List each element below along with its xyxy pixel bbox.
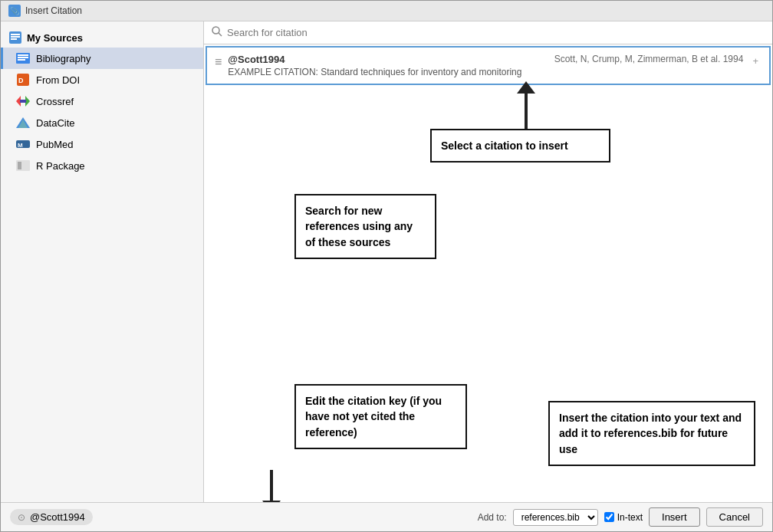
- rpackage-label: R Package: [36, 160, 85, 172]
- insert-button[interactable]: Insert: [649, 507, 700, 527]
- sidebar: My Sources Bibliography: [1, 21, 204, 502]
- svg-rect-2: [11, 36, 20, 38]
- sidebar-item-crossref[interactable]: Crossref: [1, 90, 203, 112]
- sidebar-item-from-doi[interactable]: D From DOI: [1, 69, 203, 90]
- crossref-icon: [16, 94, 30, 108]
- svg-rect-18: [18, 162, 21, 169]
- sidebar-section-label: My Sources: [27, 32, 83, 44]
- svg-text:D: D: [18, 77, 24, 84]
- cancel-button[interactable]: Cancel: [706, 507, 763, 527]
- svg-rect-3: [11, 38, 17, 40]
- rpackage-icon: [16, 159, 30, 172]
- datacite-label: DataCite: [36, 117, 75, 129]
- citation-title: EXAMPLE CITATION: Standard techniques fo…: [228, 67, 743, 77]
- bottom-bar: ⊙ @Scott1994 Add to: references.bib In-t…: [1, 502, 772, 531]
- citation-authors: Scott, N, Crump, M, Zimmerman, B et al. …: [554, 54, 744, 64]
- sidebar-item-bibliography[interactable]: Bibliography: [1, 48, 203, 69]
- citation-list: ≡ @Scott1994 Scott, N, Crump, M, Zimmerm…: [204, 44, 772, 502]
- main-content: My Sources Bibliography: [1, 21, 772, 502]
- svg-text:M: M: [18, 142, 23, 149]
- svg-rect-5: [18, 54, 28, 56]
- bottom-right: Add to: references.bib In-text Insert Ca…: [478, 507, 763, 527]
- titlebar: 📎 Insert Citation: [1, 1, 772, 21]
- sidebar-item-datacite[interactable]: DataCite: [1, 112, 203, 133]
- add-to-label: Add to:: [478, 512, 507, 523]
- add-to-select[interactable]: references.bib: [513, 509, 598, 526]
- search-icon: [212, 26, 222, 39]
- citation-key-pill: ⊙ @Scott1994: [10, 509, 93, 525]
- pubmed-icon: M: [16, 137, 30, 151]
- search-bar: [204, 21, 772, 44]
- search-input[interactable]: [227, 27, 765, 38]
- pubmed-label: PubMed: [36, 139, 73, 150]
- bibliography-icon: [16, 51, 30, 65]
- insert-citation-dialog: 📎 Insert Citation My Sources: [0, 0, 773, 532]
- sidebar-section-header: My Sources: [1, 28, 203, 48]
- my-sources-icon: [8, 31, 22, 44]
- svg-rect-1: [11, 34, 20, 35]
- citation-add-button[interactable]: +: [749, 54, 761, 68]
- key-icon: ⊙: [18, 512, 25, 523]
- citation-details: @Scott1994 Scott, N, Crump, M, Zimmerman…: [228, 54, 743, 77]
- svg-point-19: [212, 27, 219, 34]
- datacite-icon: [16, 116, 30, 130]
- svg-rect-12: [20, 100, 26, 103]
- crossref-label: Crossref: [36, 96, 74, 107]
- dialog-icon: 📎: [8, 5, 21, 17]
- sidebar-item-pubmed[interactable]: M PubMed: [1, 133, 203, 155]
- sidebar-item-r-package[interactable]: R Package: [1, 155, 203, 176]
- citation-item[interactable]: ≡ @Scott1994 Scott, N, Crump, M, Zimmerm…: [206, 46, 771, 85]
- in-text-label[interactable]: In-text: [604, 512, 643, 523]
- svg-rect-7: [18, 59, 25, 61]
- citation-handle-icon: ≡: [215, 55, 222, 69]
- citation-key: @Scott1994: [228, 54, 285, 65]
- bibliography-label: Bibliography: [36, 53, 91, 64]
- citation-list-area: ≡ @Scott1994 Scott, N, Crump, M, Zimmerm…: [204, 44, 772, 502]
- right-panel: ≡ @Scott1994 Scott, N, Crump, M, Zimmerm…: [204, 21, 772, 502]
- svg-line-20: [219, 33, 222, 36]
- doi-icon: D: [16, 73, 30, 87]
- doi-label: From DOI: [36, 74, 80, 86]
- svg-rect-6: [18, 57, 28, 58]
- citation-key-value: @Scott1994: [30, 511, 85, 523]
- dialog-title: Insert Citation: [25, 5, 82, 16]
- in-text-checkbox[interactable]: [604, 512, 614, 522]
